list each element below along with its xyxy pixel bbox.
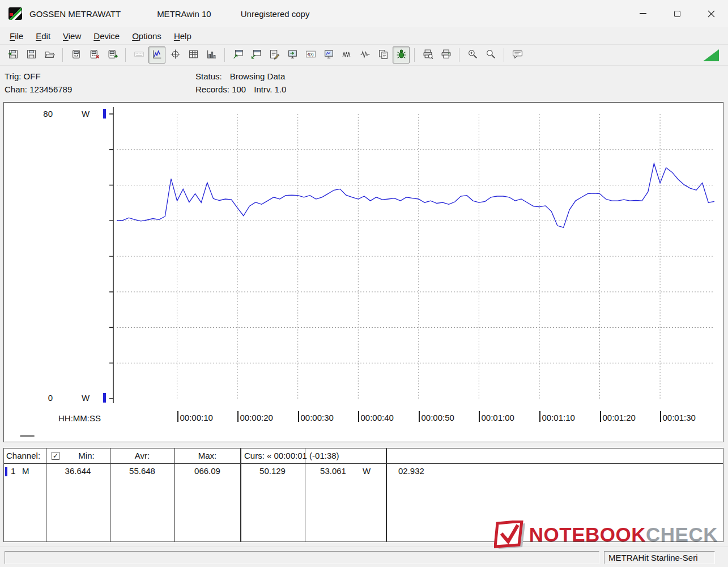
titlebar-app-name: GOSSEN METRAWATT	[29, 9, 121, 19]
table-icon	[188, 49, 199, 61]
live-logger-button[interactable]	[393, 46, 410, 64]
cell-max: 066.09	[174, 466, 240, 476]
maximize-icon	[674, 11, 680, 17]
chart-plot[interactable]	[4, 103, 723, 442]
app-logo-icon	[8, 6, 23, 21]
device-memory-erase-button[interactable]	[86, 46, 103, 64]
device-out-icon	[107, 49, 118, 61]
keyboard-entry-button	[130, 46, 147, 64]
svg-text:-f(x): -f(x)	[306, 52, 313, 57]
printer-preview-icon	[423, 49, 433, 61]
header-avr: Avr:	[110, 451, 174, 460]
signal-small-button[interactable]	[338, 46, 355, 64]
transfer-settings-button[interactable]	[229, 46, 246, 64]
list-edit-icon	[269, 49, 280, 61]
cell-cursor-left: 50.129	[240, 466, 305, 476]
transfer-data-button[interactable]	[248, 46, 265, 64]
disk-icon	[26, 49, 37, 61]
statusbar-message-area	[5, 551, 599, 564]
close-button[interactable]	[694, 0, 728, 27]
header-max: Max:	[174, 451, 240, 460]
column-divider	[174, 448, 175, 541]
title-bar: GOSSEN METRAWATT METRAwin 10 Unregistere…	[0, 0, 728, 27]
open-log-button[interactable]	[5, 46, 22, 64]
window-controls	[626, 0, 728, 27]
open-file-button[interactable]	[41, 46, 58, 64]
cell-unit: W	[363, 466, 371, 476]
watermark-text-primary: NOTEBOOK	[529, 523, 646, 545]
notebookcheck-watermark: NOTEBOOKCHECK	[494, 521, 718, 549]
device-memory-read-button[interactable]	[67, 46, 84, 64]
bars-icon	[206, 49, 217, 61]
menu-view[interactable]: View	[57, 29, 87, 43]
menu-options[interactable]: Options	[126, 29, 168, 43]
y-range-marker-top[interactable]	[103, 109, 106, 119]
line-chart-icon	[152, 49, 163, 61]
print-preview-button[interactable]	[419, 46, 436, 64]
toolbar-separator	[224, 48, 225, 62]
minimize-icon	[640, 13, 646, 14]
h-scroll-thumb[interactable]	[20, 435, 35, 437]
zoom-h-icon	[467, 49, 478, 61]
y-axis-unit-bottom: W	[82, 393, 90, 403]
y-axis-max-label: 80	[33, 109, 53, 119]
fx-icon: -f(x)	[305, 49, 316, 61]
wave-small-icon	[342, 49, 352, 61]
zoom-mode-button[interactable]	[464, 46, 481, 64]
y-axis-min-label: 0	[33, 393, 53, 403]
cell-channel-number: 1	[11, 466, 15, 476]
column-divider-delta	[386, 448, 387, 541]
titlebar-license: Unregistered copy	[241, 9, 310, 19]
save-log-button[interactable]	[23, 46, 40, 64]
interval-value: Intrv. 1.0	[254, 84, 286, 94]
menu-device[interactable]: Device	[87, 29, 126, 43]
cell-cursor-right: 53.061	[305, 466, 361, 476]
copy-channels-button[interactable]	[374, 46, 391, 64]
header-cursor: Curs: « 00:00:01 (-01:38)	[244, 451, 339, 460]
maximize-button[interactable]	[660, 0, 694, 27]
monitor-arrow-icon	[287, 49, 298, 61]
zoom-icon	[486, 49, 496, 61]
y-axis-unit-top: W	[82, 109, 90, 119]
device-icon	[71, 49, 82, 61]
channel-checkbox[interactable]: ✓	[52, 452, 59, 460]
signal-wave-button[interactable]	[356, 46, 373, 64]
print-button[interactable]	[437, 46, 454, 64]
app-window: GOSSEN METRAWATT METRAwin 10 Unregistere…	[0, 0, 728, 567]
minimize-button[interactable]	[626, 0, 660, 27]
menu-file[interactable]: File	[3, 29, 29, 43]
zoom-button[interactable]	[482, 46, 499, 64]
table-view-button[interactable]	[185, 46, 202, 64]
status-bar: METRAHit Starline-Seri	[0, 547, 728, 567]
titlebar-product: METRAwin 10	[157, 9, 211, 19]
column-divider	[305, 448, 305, 541]
bug-icon	[396, 49, 407, 61]
menu-bar: FileEditViewDeviceOptionsHelp	[0, 27, 728, 44]
statistics-view-button[interactable]	[203, 46, 220, 64]
printer-icon	[441, 49, 452, 61]
display-button[interactable]	[320, 46, 337, 64]
notebookcheck-logo-icon	[494, 521, 526, 549]
formula-button[interactable]: -f(x)	[302, 46, 319, 64]
yt-chart-view-button[interactable]	[148, 46, 165, 64]
wave-icon	[360, 49, 371, 61]
header-channel: Channel:	[6, 451, 40, 460]
channel-status: Chan: 123456789	[5, 83, 72, 96]
cell-channel-mode: M	[22, 466, 29, 476]
pc-transfer-button[interactable]	[284, 46, 301, 64]
menu-edit[interactable]: Edit	[29, 29, 57, 43]
toolbar-separator	[62, 48, 63, 62]
toolbar: -f(x)	[0, 44, 728, 66]
comment-button[interactable]	[509, 46, 526, 64]
device-x-icon	[89, 49, 100, 61]
window-out-icon	[251, 49, 262, 61]
channel-color-marker	[5, 467, 7, 476]
edit-channels-button[interactable]	[266, 46, 283, 64]
xy-chart-view-button[interactable]	[167, 46, 184, 64]
watermark-text-secondary: CHECK	[646, 523, 718, 545]
note-icon	[512, 49, 523, 61]
menu-help[interactable]: Help	[168, 29, 198, 43]
y-range-marker-bottom[interactable]	[103, 393, 106, 403]
toolbar-separator	[414, 48, 415, 62]
device-memory-out-button[interactable]	[104, 46, 121, 64]
